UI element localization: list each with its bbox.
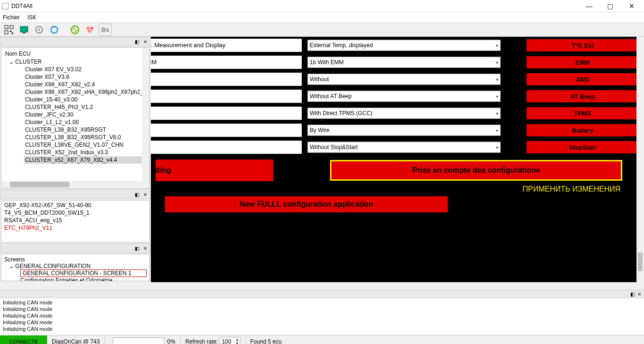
dock-close-icon[interactable]: ✕ (142, 39, 149, 44)
dock-close-icon[interactable]: ✕ (637, 292, 641, 297)
ecu-tree-item[interactable]: Cluster_15-40_v3.00 (24, 96, 148, 103)
chevron-down-icon: ▾ (496, 60, 498, 65)
dock-close-icon[interactable]: ✕ (142, 192, 149, 197)
config-select[interactable]: Without▾ (307, 74, 501, 85)
ecu-tree-item[interactable]: Cluster X98_X87_X82_xHA_X98ph2_X87ph2_v7 (24, 88, 148, 96)
vertical-scrollbar[interactable] (636, 37, 644, 282)
svg-rect-2 (5, 31, 8, 34)
menu-file[interactable]: Fichier (3, 14, 20, 21)
dock-float-icon[interactable]: ◧ (133, 246, 140, 251)
svg-rect-0 (5, 25, 8, 29)
config-select[interactable]: By Wire▾ (307, 125, 501, 136)
screen-item[interactable]: GENERAL CONFIGURATION - SCREEN 1 (20, 269, 147, 277)
module-list-item[interactable]: GEP_X92-X52-X67_SW_51-40-80 (4, 201, 147, 209)
config-select[interactable]: Without AT Beep▾ (307, 91, 501, 102)
screen-item[interactable]: Configuration Entretien et Odométrie (20, 277, 147, 281)
chevron-down-icon: ▾ (496, 94, 498, 99)
dock-close-icon[interactable]: ✕ (142, 246, 149, 251)
chevron-down-icon: ▾ (496, 43, 498, 48)
config-row: With Direct TPMS (GCC)▾TPMS (151, 105, 644, 122)
refresh-icon[interactable] (48, 24, 60, 36)
config-label: mp. Measurement and Display (151, 39, 302, 52)
hex-button[interactable]: 0x (99, 24, 112, 36)
heart-icon[interactable] (84, 24, 96, 36)
config-row: EMM1b With EMM▾EMM (151, 54, 644, 71)
module-list-panel: GEP_X92-X52-X67_SW_51-40-80T4_VS_BCM_DDT… (1, 200, 150, 243)
chevron-down-icon: ▾ (496, 128, 498, 133)
svg-rect-4 (12, 33, 13, 34)
config-main-area: mp. Measurement and DisplayExternal Temp… (151, 37, 644, 282)
config-apply-button[interactable]: T°C Ext (526, 39, 639, 52)
module-list-item[interactable]: RSAT4_ACU_eng_v15 (4, 217, 147, 224)
log-panel: Initializing CAN modeInitializing CAN mo… (0, 298, 644, 335)
ecu-tree-item[interactable]: Cluster X07 EV_V3.02 (24, 66, 148, 73)
ecu-tree-root[interactable]: ⌄ CLUSTER (8, 58, 148, 66)
ecu-tree-item[interactable]: CLUSTER_x52_X67_X79_X92_v4.4 (24, 156, 148, 164)
dock-float-icon[interactable]: ◧ (133, 39, 140, 44)
ecu-tree-item[interactable]: CLUSTER_L38_B32_X95RSGT (24, 126, 148, 134)
ecu-tree-item[interactable]: Cluster X98_X87_X82_v2.4 (24, 81, 148, 88)
close-button[interactable]: ✕ (621, 0, 642, 12)
ecu-tree-item[interactable]: Cluster_JFC_v2.30 (24, 111, 148, 118)
screen-icon[interactable] (18, 24, 30, 36)
dock-float-icon[interactable]: ◧ (630, 292, 635, 297)
log-dock-header: ◧ ✕ (0, 290, 644, 298)
config-apply-button[interactable]: EMM (526, 56, 639, 69)
config-select[interactable]: Without Stop&Start▾ (307, 142, 501, 153)
minimize-button[interactable]: — (578, 0, 600, 12)
svg-rect-6 (23, 32, 25, 34)
progress-percent: 0% (167, 338, 175, 344)
config-label (151, 107, 302, 120)
ecu-tree-item[interactable]: CLUSTER_L38VE_GEN2_V1.07_CHN (24, 141, 148, 149)
svg-rect-1 (10, 25, 13, 29)
config-row: By Wire▾Battery (151, 122, 644, 139)
chevron-down-icon: ⌄ (9, 263, 14, 269)
full-apply-button[interactable]: New FULLL configuration application (165, 196, 448, 212)
config-select[interactable]: With Direct TPMS (GCC)▾ (307, 108, 501, 119)
screens-root[interactable]: ⌄ GENERAL CONFIGURATION (9, 263, 147, 269)
apply-config-button[interactable]: Prise en compte des configurations (330, 160, 622, 181)
bus-info: DiagOnCan @ 743 (47, 336, 105, 344)
config-select[interactable]: External Temp. displayed▾ (307, 40, 501, 51)
ecu-tree-item[interactable]: CLUSTER_L38_B32_X95RSGT_V6.0 (24, 134, 148, 141)
sync-icon[interactable] (69, 24, 81, 36)
connection-status[interactable]: CONNECTE (0, 336, 47, 344)
ecu-tree-item[interactable]: CLUSTER_H45_Ph3_V1.2 (24, 103, 148, 111)
config-apply-button[interactable]: Battery (526, 124, 639, 137)
spinner-arrows-icon[interactable]: ▴▾ (236, 338, 238, 344)
vertical-scrollbar[interactable] (142, 48, 149, 181)
left-sidebar: ◧ ✕ Nom ECU ⌄ CLUSTER Cluster X07 EV_V3.… (0, 37, 151, 282)
gear-icon[interactable] (33, 24, 45, 36)
ecu-tree-item[interactable]: CLUSTER_X52_2nd_Indus_v3.3 (24, 149, 148, 156)
svg-point-9 (51, 26, 58, 33)
horizontal-scrollbar[interactable] (1, 181, 149, 188)
ecu-tree-item[interactable]: Cluster X07_V3.6 (24, 73, 148, 81)
config-apply-button[interactable]: 4WD (526, 73, 639, 86)
qr-icon[interactable] (3, 24, 15, 36)
maximize-button[interactable]: ▢ (600, 0, 621, 12)
app-icon (2, 3, 8, 9)
log-line: Initializing CAN mode (3, 319, 641, 326)
progress-bar (113, 337, 165, 344)
config-select[interactable]: 1b With EMM▾ (307, 57, 501, 68)
config-label (151, 141, 302, 154)
menu-isk[interactable]: ISK (27, 14, 36, 21)
horizontal-scrollbar[interactable] (0, 282, 644, 290)
ecu-tree-item[interactable]: Cluster_L1_L2_v1.00 (24, 118, 148, 126)
config-label (151, 90, 302, 103)
chevron-down-icon: ▾ (496, 77, 498, 82)
log-line: Initializing CAN mode (3, 326, 641, 332)
svg-point-10 (71, 26, 79, 34)
config-apply-button[interactable]: TPMS (526, 107, 639, 120)
refresh-rate-spinner[interactable]: 100 ▴▾ (220, 337, 240, 344)
config-apply-button[interactable]: AT Beep (526, 90, 639, 103)
svg-rect-3 (10, 31, 11, 32)
module-list-item[interactable]: T4_VS_BCM_DDT2000_SW15_1 (4, 209, 147, 217)
config-apply-button[interactable]: StopStart (526, 141, 639, 154)
module-list-item[interactable]: ETC_H79Ph2_V11 (4, 224, 147, 232)
svg-rect-5 (20, 26, 28, 32)
apply-changes-label: ПРИМЕНИТЬ ИЗМЕНЕНИЯ (523, 185, 620, 193)
dock-float-icon[interactable]: ◧ (133, 192, 140, 197)
title-bar: DDT4All — ▢ ✕ (0, 0, 644, 12)
reading-button[interactable]: Reading (156, 159, 273, 181)
